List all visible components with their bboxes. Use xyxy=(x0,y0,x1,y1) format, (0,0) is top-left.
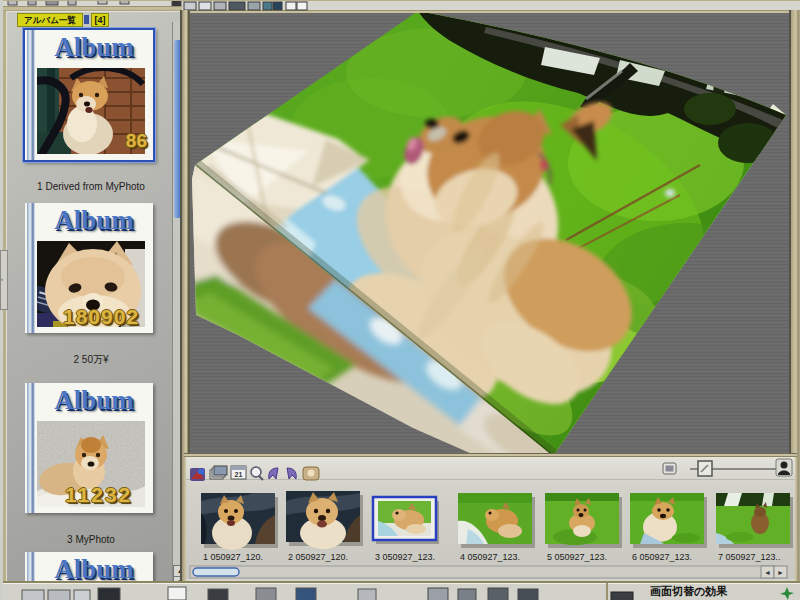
svg-text:7 050927_123..: 7 050927_123.. xyxy=(718,552,781,562)
svg-text:21: 21 xyxy=(235,471,243,478)
svg-text:5 050927_123.: 5 050927_123. xyxy=(547,552,607,562)
svg-text:►: ► xyxy=(777,569,784,576)
svg-text:4 050927_123.: 4 050927_123. xyxy=(460,552,520,562)
svg-text:◄: ◄ xyxy=(764,569,771,576)
svg-text:1 050927_120.: 1 050927_120. xyxy=(203,552,263,562)
svg-text:2 050927_120.: 2 050927_120. xyxy=(288,552,348,562)
svg-text:3 050927_123.: 3 050927_123. xyxy=(375,552,435,562)
svg-text:6 050927_123.: 6 050927_123. xyxy=(632,552,692,562)
svg-text:画面切替の効果: 画面切替の効果 xyxy=(650,585,728,597)
